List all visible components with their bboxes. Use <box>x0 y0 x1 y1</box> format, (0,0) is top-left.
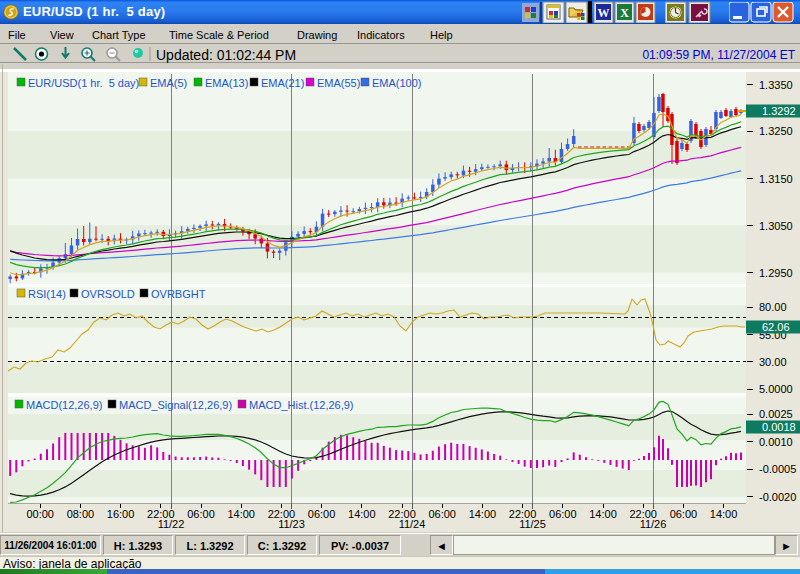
svg-text:11/25: 11/25 <box>519 518 546 530</box>
svg-text:14:00: 14:00 <box>589 508 617 520</box>
svg-text:00:00: 00:00 <box>26 508 54 520</box>
svg-text:14:00: 14:00 <box>710 508 738 520</box>
svg-text:EMA(13): EMA(13) <box>205 77 248 89</box>
svg-text:EMA(55): EMA(55) <box>317 77 360 89</box>
svg-text:11/23: 11/23 <box>278 518 305 530</box>
svg-text:1.3150: 1.3150 <box>759 173 793 185</box>
svg-text:06:00: 06:00 <box>428 508 456 520</box>
svg-text:W: W <box>598 6 610 20</box>
svg-text:OVRBGHT: OVRBGHT <box>151 288 206 300</box>
svg-text:0.0018: 0.0018 <box>762 421 796 433</box>
svg-text:EMA(5): EMA(5) <box>150 77 187 89</box>
svg-text:MACD_Signal(12,26,9): MACD_Signal(12,26,9) <box>119 399 232 411</box>
svg-text:EUR/USD(1 hr. 5 day): EUR/USD(1 hr. 5 day) <box>28 77 139 89</box>
svg-text:11/22: 11/22 <box>158 518 185 530</box>
svg-text:62.06: 62.06 <box>762 321 790 333</box>
svg-text:14:00: 14:00 <box>348 508 376 520</box>
svg-text:MACD(12,26,9): MACD(12,26,9) <box>26 399 102 411</box>
svg-text:OVRSOLD: OVRSOLD <box>81 288 135 300</box>
svg-text:16:00: 16:00 <box>107 508 135 520</box>
svg-text:14:00: 14:00 <box>469 508 497 520</box>
svg-text:0.0025: 0.0025 <box>759 408 793 420</box>
svg-text:1.3050: 1.3050 <box>759 220 793 232</box>
svg-text:11/24: 11/24 <box>399 518 426 530</box>
svg-text:EMA(100): EMA(100) <box>372 77 422 89</box>
svg-text:08:00: 08:00 <box>67 508 95 520</box>
svg-text:MACD_Hist.(12,26,9): MACD_Hist.(12,26,9) <box>249 399 354 411</box>
svg-text:X: X <box>620 6 629 20</box>
svg-text:06:00: 06:00 <box>670 508 698 520</box>
svg-text:-0.0020: -0.0020 <box>759 491 796 503</box>
svg-text:80.00: 80.00 <box>759 301 787 313</box>
svg-text:06:00: 06:00 <box>187 508 215 520</box>
svg-text:1.3350: 1.3350 <box>759 79 793 91</box>
svg-text:5.0000: 5.0000 <box>759 383 793 395</box>
svg-text:30.00: 30.00 <box>759 356 787 368</box>
svg-text:RSI(14): RSI(14) <box>28 288 66 300</box>
svg-text:06:00: 06:00 <box>308 508 336 520</box>
svg-text:EMA(21): EMA(21) <box>261 77 304 89</box>
svg-text:0.0010: 0.0010 <box>759 436 793 448</box>
svg-text:11/26: 11/26 <box>640 518 667 530</box>
svg-text:1.3292: 1.3292 <box>762 105 796 117</box>
svg-text:1.2950: 1.2950 <box>759 267 793 279</box>
svg-text:14:00: 14:00 <box>227 508 255 520</box>
svg-text:06:00: 06:00 <box>549 508 577 520</box>
svg-text:-0.0005: -0.0005 <box>759 463 796 475</box>
svg-text:1.3250: 1.3250 <box>759 125 793 137</box>
